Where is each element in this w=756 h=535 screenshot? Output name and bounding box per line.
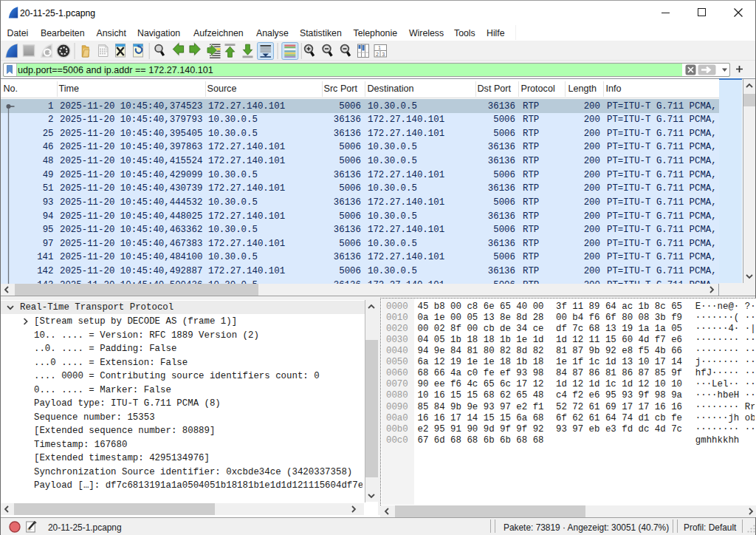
svg-text:2: 2: [376, 52, 379, 57]
svg-text:1: 1: [378, 45, 381, 50]
svg-text:3: 3: [382, 52, 385, 57]
